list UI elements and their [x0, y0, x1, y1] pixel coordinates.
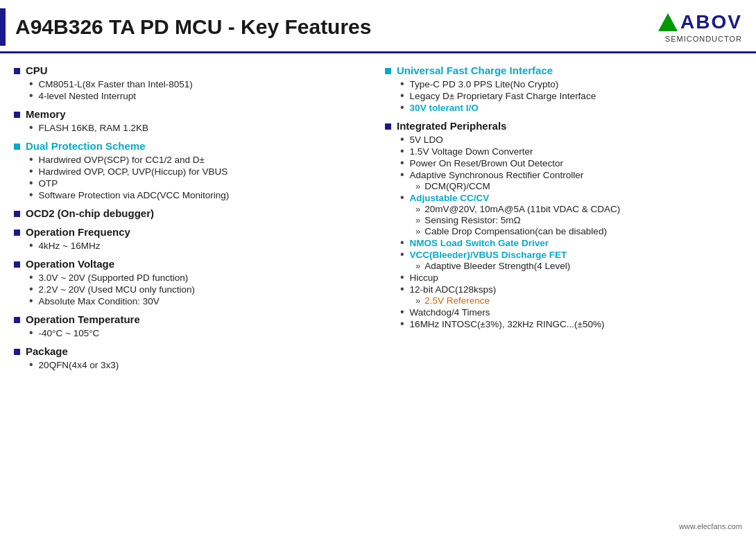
section-bullet-ocd2	[14, 211, 20, 217]
logo-subtitle: SEMICONDUCTOR	[665, 35, 742, 43]
item-text: Adaptive Synchronous Rectifier Controlle…	[410, 170, 584, 180]
section-title-package: Package	[26, 345, 68, 357]
logo-area: ABOV SEMICONDUCTOR	[658, 11, 742, 43]
nested-text: 2.5V Reference	[424, 295, 490, 306]
nested-items: »DCM(QR)/CCM	[400, 181, 735, 191]
section-title-universal-fast-charge: Universal Fast Charge Interface	[397, 64, 553, 76]
section-universal-fast-charge: Universal Fast Charge Interface•Type-C P…	[385, 64, 735, 113]
list-item: •20QFN(4x4 or 3x3)	[29, 359, 364, 370]
nested-items: »Adaptive Bleeder Strength(4 Level)	[400, 261, 735, 271]
section-bullet-universal-fast-charge	[385, 68, 391, 74]
item-bullet-icon: •	[29, 295, 33, 306]
section-bullet-cpu	[14, 68, 20, 74]
list-item: •1.5V Voltage Down Converter	[400, 146, 735, 157]
nested-bullet-icon: »	[415, 204, 420, 214]
section-package: Package•20QFN(4x4 or 3x3)	[14, 345, 364, 370]
list-item: »Cable Drop Compensation(can be disabled…	[415, 226, 735, 236]
list-item: •2.2V ~ 20V (Used MCU only function)	[29, 284, 364, 295]
section-items-op-temp: •-40°C ~ 105°C	[14, 327, 364, 338]
section-bullet-package	[14, 349, 20, 355]
item-text: -40°C ~ 105°C	[39, 328, 100, 338]
section-heading-universal-fast-charge: Universal Fast Charge Interface	[385, 64, 735, 76]
section-heading-memory: Memory	[14, 108, 364, 120]
item-text: 16MHz INTOSC(±3%), 32kHz RINGC...(±50%)	[410, 319, 605, 329]
section-op-voltage: Operation Voltage•3.0V ~ 20V (Supported …	[14, 258, 364, 306]
section-items-universal-fast-charge: •Type-C PD 3.0 PPS Lite(No Crypto)•Legac…	[385, 78, 735, 113]
section-title-dual-protection: Dual Protection Scheme	[26, 140, 146, 152]
section-title-op-temp: Operation Temperature	[26, 313, 140, 325]
section-dual-protection: Dual Protection Scheme•Hardwired OVP(SCP…	[14, 140, 364, 200]
list-item: •Hardwired OVP(SCP) for CC1/2 and D±	[29, 154, 364, 165]
list-item: •Adjustable CC/CV	[400, 192, 735, 203]
section-heading-cpu: CPU	[14, 64, 364, 76]
item-text: 4kHz ~ 16MHz	[39, 241, 101, 251]
right-column: Universal Fast Charge Interface•Type-C P…	[385, 64, 742, 377]
list-item: »2.5V Reference	[415, 295, 735, 306]
section-bullet-op-freq	[14, 230, 20, 236]
page-title: A94B326 TA PD MCU - Key Features	[15, 15, 372, 39]
item-text: 1.5V Voltage Down Converter	[410, 146, 533, 157]
item-text: 4-level Nested Interrupt	[39, 91, 136, 101]
list-item: »Adaptive Bleeder Strength(4 Level)	[415, 261, 735, 271]
item-bullet-icon: •	[29, 178, 33, 189]
item-bullet-icon: •	[400, 284, 404, 295]
section-integrated-peripherals: Integrated Peripherals•5V LDO•1.5V Volta…	[385, 120, 735, 329]
section-op-temp: Operation Temperature•-40°C ~ 105°C	[14, 313, 364, 338]
list-item: •VCC(Bleeder)/VBUS Discharge FET	[400, 249, 735, 260]
nested-text: Adaptive Bleeder Strength(4 Level)	[424, 261, 570, 271]
list-item: •30V tolerant I/O	[400, 102, 735, 113]
item-bullet-icon: •	[29, 359, 33, 370]
list-item: •OTP	[29, 178, 364, 189]
section-memory: Memory•FLASH 16KB, RAM 1.2KB	[14, 108, 364, 133]
nested-bullet-icon: »	[415, 295, 420, 306]
item-text: CM8051-L(8x Faster than Intel-8051)	[39, 79, 193, 89]
page-container: A94B326 TA PD MCU - Key Features ABOV SE…	[0, 0, 756, 536]
section-items-memory: •FLASH 16KB, RAM 1.2KB	[14, 122, 364, 133]
item-bullet-icon: •	[29, 189, 33, 200]
item-text: 2.2V ~ 20V (Used MCU only function)	[39, 284, 195, 295]
item-text: Legacy D± Proprietary Fast Charge Interf…	[410, 91, 596, 101]
item-text: 5V LDO	[410, 135, 443, 145]
item-bullet-icon: •	[400, 237, 404, 248]
nested-bullet-icon: »	[415, 261, 420, 271]
list-item: »Sensing Resistor: 5mΩ	[415, 215, 735, 225]
nested-bullet-icon: »	[415, 181, 420, 191]
main-content: CPU•CM8051-L(8x Faster than Intel-8051)•…	[0, 64, 756, 377]
list-item: •NMOS Load Switch Gate Driver	[400, 237, 735, 248]
section-title-op-freq: Operation Frequency	[26, 226, 130, 238]
section-title-op-voltage: Operation Voltage	[26, 258, 114, 270]
list-item: •FLASH 16KB, RAM 1.2KB	[29, 122, 364, 133]
list-item: •Hiccup	[400, 272, 735, 283]
item-text: FLASH 16KB, RAM 1.2KB	[39, 123, 148, 133]
list-item: •Type-C PD 3.0 PPS Lite(No Crypto)	[400, 78, 735, 89]
section-items-package: •20QFN(4x4 or 3x3)	[14, 359, 364, 370]
item-text: Watchdog/4 Timers	[410, 307, 490, 318]
item-bullet-icon: •	[400, 169, 404, 180]
nested-text: Sensing Resistor: 5mΩ	[424, 215, 520, 225]
header: A94B326 TA PD MCU - Key Features ABOV SE…	[0, 0, 756, 53]
item-text: Absolute Max Condition: 30V	[39, 296, 160, 306]
item-bullet-icon: •	[29, 327, 33, 338]
item-text: 3.0V ~ 20V (Supported PD function)	[39, 273, 189, 283]
item-bullet-icon: •	[400, 157, 404, 168]
section-items-cpu: •CM8051-L(8x Faster than Intel-8051)•4-l…	[14, 78, 364, 101]
item-text: Hardwired OVP(SCP) for CC1/2 and D±	[39, 155, 205, 165]
item-bullet-icon: •	[29, 272, 33, 283]
list-item: •3.0V ~ 20V (Supported PD function)	[29, 272, 364, 283]
item-bullet-icon: •	[29, 90, 33, 101]
item-bullet-icon: •	[29, 240, 33, 251]
list-item: •CM8051-L(8x Faster than Intel-8051)	[29, 78, 364, 89]
nested-items: »2.5V Reference	[400, 295, 735, 306]
section-bullet-op-voltage	[14, 261, 20, 268]
nested-bullet-icon: »	[415, 215, 420, 225]
item-bullet-icon: •	[29, 166, 33, 177]
list-item: •Absolute Max Condition: 30V	[29, 295, 364, 306]
item-bullet-icon: •	[29, 284, 33, 295]
list-item: •Adaptive Synchronous Rectifier Controll…	[400, 169, 735, 180]
item-bullet-icon: •	[400, 192, 404, 203]
item-bullet-icon: •	[400, 146, 404, 157]
list-item: •4-level Nested Interrupt	[29, 90, 364, 101]
list-item: •Software Protection via ADC(VCC Monitor…	[29, 189, 364, 200]
section-bullet-memory	[14, 112, 20, 118]
list-item: »DCM(QR)/CCM	[415, 181, 735, 191]
